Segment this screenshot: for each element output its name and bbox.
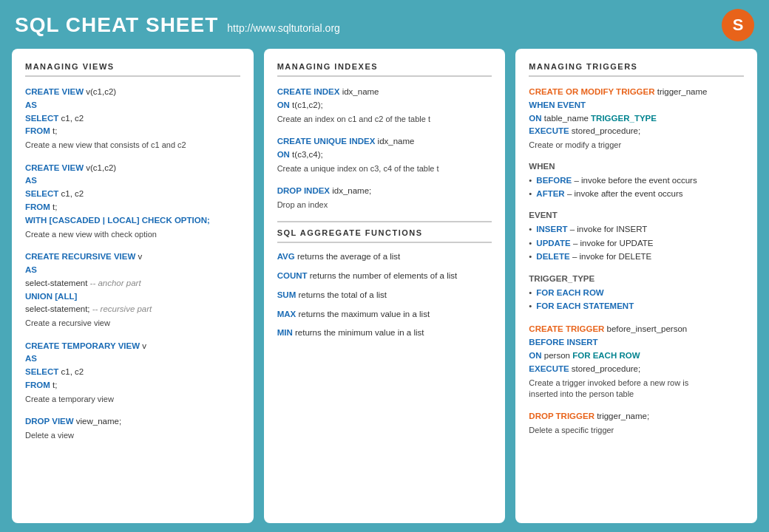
section-when: WHEN BEFORE – invoke before the event oc… [529, 162, 744, 201]
section-count: COUNT returns the number of elements of … [277, 270, 492, 283]
header-url[interactable]: http://www.sqltutorial.org [227, 22, 340, 34]
panel-aggregate-title: SQL AGGREGATE FUNCTIONS [277, 228, 492, 243]
section-create-recursive-view: CREATE RECURSIVE VIEW v AS select-statem… [25, 250, 240, 329]
section-min: MIN returns the minimum value in a list [277, 327, 492, 340]
section-max: MAX returns the maximum value in a list [277, 308, 492, 321]
list-item: AFTER – invoke after the event occurs [529, 187, 744, 200]
section-avg: AVG returns the average of a list [277, 250, 492, 264]
panel-indexes: MANAGING INDEXES CREATE INDEX idx_name O… [264, 49, 506, 523]
panel-triggers-title: MANAGING TRIGGERS [529, 62, 744, 77]
section-create-modify-trigger: CREATE OR MODIFY TRIGGER trigger_name WH… [529, 86, 744, 151]
section-event: EVENT INSERT – invoke for INSERT UPDATE … [529, 211, 744, 263]
section-create-unique-index: CREATE UNIQUE INDEX idx_name ON t(c3,c4)… [277, 135, 492, 174]
list-item: INSERT – invoke for INSERT [529, 222, 744, 236]
list-item: DELETE – invoke for DELETE [529, 250, 744, 263]
section-create-index: CREATE INDEX idx_name ON t(c1,c2); Creat… [277, 86, 492, 125]
section-create-view-check: CREATE VIEW v(c1,c2) AS SELECT c1, c2 FR… [25, 162, 240, 240]
header: SQL CHEAT SHEET http://www.sqltutorial.o… [0, 0, 769, 49]
page-title: SQL CHEAT SHEET [15, 13, 218, 37]
section-drop-index: DROP INDEX idx_name; Drop an index [277, 185, 492, 211]
panel-views: MANAGING VIEWS CREATE VIEW v(c1,c2) AS S… [12, 49, 254, 523]
panel-triggers: MANAGING TRIGGERS CREATE OR MODIFY TRIGG… [515, 49, 757, 523]
logo: S [722, 9, 754, 41]
panel-views-title: MANAGING VIEWS [25, 62, 240, 77]
section-create-temp-view: CREATE TEMPORARY VIEW v AS SELECT c1, c2… [25, 340, 240, 406]
section-create-view: CREATE VIEW v(c1,c2) AS SELECT c1, c2 FR… [25, 86, 240, 151]
section-sum: SUM returns the total of a list [277, 289, 492, 302]
section-drop-trigger: DROP TRIGGER trigger_name; Delete a spec… [529, 410, 744, 436]
section-trigger-type: TRIGGER_TYPE FOR EACH ROW FOR EACH STATE… [529, 274, 744, 313]
section-drop-view: DROP VIEW view_name; Delete a view [25, 415, 240, 441]
list-item: UPDATE – invoke for UPDATE [529, 236, 744, 250]
list-item: BEFORE – invoke before the event occurs [529, 174, 744, 187]
list-item: FOR EACH STATEMENT [529, 299, 744, 313]
list-item: FOR EACH ROW [529, 286, 744, 299]
panel-indexes-title: MANAGING INDEXES [277, 62, 492, 77]
section-create-trigger-example: CREATE TRIGGER before_insert_person BEFO… [529, 323, 744, 400]
